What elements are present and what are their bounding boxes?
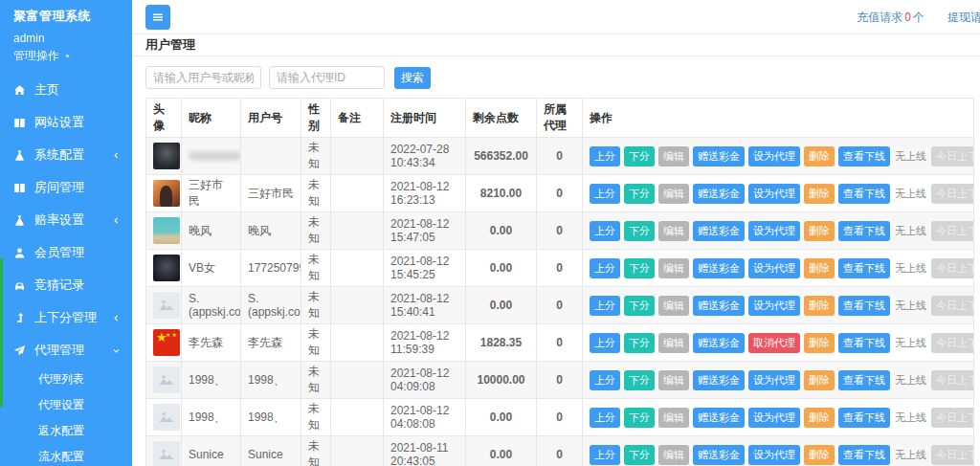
edit-button[interactable]: 编辑 xyxy=(658,333,689,353)
sidebar-item-1[interactable]: 网站设置 xyxy=(0,106,132,139)
down-score-button[interactable]: 下分 xyxy=(624,146,655,166)
withdraw-requests-link[interactable]: 提现请求 xyxy=(947,10,980,26)
agent-cell: 0 xyxy=(537,324,583,362)
today-stats-button[interactable]: 今日上下分统计 xyxy=(931,408,974,428)
today-stats-button[interactable]: 今日上下分统计 xyxy=(931,258,974,278)
edit-button[interactable]: 编辑 xyxy=(658,445,689,465)
edit-button[interactable]: 编辑 xyxy=(658,146,689,166)
down-score-button[interactable]: 下分 xyxy=(624,370,655,390)
recharge-requests-count: 0 xyxy=(902,11,913,24)
gift-bonus-button[interactable]: 赠送彩金 xyxy=(693,296,745,316)
set-agent-button[interactable]: 设为代理 xyxy=(748,184,800,204)
view-downline-button[interactable]: 查看下线 xyxy=(838,445,890,465)
set-agent-button[interactable]: 设为代理 xyxy=(748,408,800,428)
view-downline-button[interactable]: 查看下线 xyxy=(838,184,890,204)
admin-actions-dropdown[interactable]: 管理操作 xyxy=(13,48,119,64)
gift-bonus-button[interactable]: 赠送彩金 xyxy=(693,258,745,278)
set-agent-button[interactable]: 设为代理 xyxy=(748,146,800,166)
view-downline-button[interactable]: 查看下线 xyxy=(838,146,890,166)
down-score-button[interactable]: 下分 xyxy=(624,258,655,278)
set-agent-button[interactable]: 设为代理 xyxy=(748,370,800,390)
window-icon xyxy=(13,182,26,194)
edit-button[interactable]: 编辑 xyxy=(658,408,689,428)
sidebar-item-0[interactable]: 主页 xyxy=(0,74,132,106)
register-time: 16:23:13 xyxy=(390,193,458,207)
edit-button[interactable]: 编辑 xyxy=(658,296,689,316)
down-score-button[interactable]: 下分 xyxy=(624,221,655,241)
edit-button[interactable]: 编辑 xyxy=(658,221,689,241)
edit-button[interactable]: 编辑 xyxy=(658,258,689,278)
down-score-button[interactable]: 下分 xyxy=(624,296,655,316)
view-downline-button[interactable]: 查看下线 xyxy=(838,221,890,241)
down-score-button[interactable]: 下分 xyxy=(624,408,655,428)
gift-bonus-button[interactable]: 赠送彩金 xyxy=(693,445,745,465)
delete-button[interactable]: 删除 xyxy=(804,296,835,316)
delete-button[interactable]: 删除 xyxy=(804,408,835,428)
up-score-button[interactable]: 上分 xyxy=(590,146,620,166)
sidebar-item-6[interactable]: 竞猜记录 xyxy=(0,269,132,301)
sidebar-item-7[interactable]: 上下分管理 xyxy=(0,301,132,334)
no-upline-label: 无上线 xyxy=(894,373,927,388)
sidebar-subitem-2[interactable]: 返水配置 xyxy=(0,418,132,444)
view-downline-button[interactable]: 查看下线 xyxy=(838,370,890,390)
today-stats-button[interactable]: 今日上下分统计 xyxy=(931,146,974,166)
agent-cell: 0 xyxy=(537,250,583,287)
today-stats-button[interactable]: 今日上下分统计 xyxy=(931,333,974,353)
sidebar-item-5[interactable]: 会员管理 xyxy=(0,236,132,269)
down-score-button[interactable]: 下分 xyxy=(624,333,655,353)
gift-bonus-button[interactable]: 赠送彩金 xyxy=(693,408,745,428)
delete-button[interactable]: 删除 xyxy=(804,146,835,166)
today-stats-button[interactable]: 今日上下分统计 xyxy=(931,221,974,241)
up-score-button[interactable]: 上分 xyxy=(590,370,620,390)
sidebar-subitem-0[interactable]: 代理列表 xyxy=(0,366,132,392)
delete-button[interactable]: 删除 xyxy=(804,445,835,465)
recharge-requests-link[interactable]: 充值请求0个 xyxy=(857,10,924,26)
up-score-button[interactable]: 上分 xyxy=(590,221,620,241)
view-downline-button[interactable]: 查看下线 xyxy=(838,333,890,353)
up-score-button[interactable]: 上分 xyxy=(590,296,620,316)
view-downline-button[interactable]: 查看下线 xyxy=(838,408,890,428)
edit-button[interactable]: 编辑 xyxy=(658,184,689,204)
gift-bonus-button[interactable]: 赠送彩金 xyxy=(693,333,745,353)
delete-button[interactable]: 删除 xyxy=(804,370,835,390)
view-downline-button[interactable]: 查看下线 xyxy=(838,296,890,316)
sidebar-item-4[interactable]: 赔率设置 xyxy=(0,204,132,236)
delete-button[interactable]: 删除 xyxy=(804,333,835,353)
sidebar-subitem-3[interactable]: 流水配置 xyxy=(0,444,132,466)
sidebar-subitem-1[interactable]: 代理设置 xyxy=(0,392,132,418)
up-score-button[interactable]: 上分 xyxy=(590,408,620,428)
sidebar-toggle-button[interactable] xyxy=(145,5,170,30)
gift-bonus-button[interactable]: 赠送彩金 xyxy=(693,221,745,241)
sidebar-item-2[interactable]: 系统配置 xyxy=(0,139,132,171)
set-agent-button[interactable]: 设为代理 xyxy=(748,221,800,241)
today-stats-button[interactable]: 今日上下分统计 xyxy=(931,370,974,390)
delete-button[interactable]: 删除 xyxy=(804,221,835,241)
delete-button[interactable]: 删除 xyxy=(804,184,835,204)
user-search-input[interactable] xyxy=(145,66,261,89)
agent-id-search-input[interactable] xyxy=(269,66,385,89)
set-agent-button[interactable]: 设为代理 xyxy=(748,445,800,465)
gift-bonus-button[interactable]: 赠送彩金 xyxy=(693,146,745,166)
today-stats-button[interactable]: 今日上下分统计 xyxy=(931,445,974,465)
cancel-agent-button[interactable]: 取消代理 xyxy=(748,333,800,353)
sidebar-item-3[interactable]: 房间管理 xyxy=(0,171,132,204)
down-score-button[interactable]: 下分 xyxy=(624,184,655,204)
sidebar-item-8[interactable]: 代理管理 xyxy=(0,334,132,366)
down-score-button[interactable]: 下分 xyxy=(624,445,655,465)
search-button[interactable]: 搜索 xyxy=(394,67,431,89)
view-downline-button[interactable]: 查看下线 xyxy=(838,258,890,278)
edit-button[interactable]: 编辑 xyxy=(658,370,689,390)
set-agent-button[interactable]: 设为代理 xyxy=(748,258,800,278)
actions-cell: 上分下分编辑赠送彩金设为代理删除查看下线无上线今日上下分统计 xyxy=(583,362,974,399)
up-score-button[interactable]: 上分 xyxy=(590,184,620,204)
today-stats-button[interactable]: 今日上下分统计 xyxy=(931,296,974,316)
recharge-requests-label: 充值请求 xyxy=(857,11,902,24)
gift-bonus-button[interactable]: 赠送彩金 xyxy=(693,370,745,390)
gift-bonus-button[interactable]: 赠送彩金 xyxy=(693,184,745,204)
up-score-button[interactable]: 上分 xyxy=(590,445,620,465)
up-score-button[interactable]: 上分 xyxy=(590,258,620,278)
today-stats-button[interactable]: 今日上下分统计 xyxy=(931,184,974,204)
up-score-button[interactable]: 上分 xyxy=(590,333,620,353)
delete-button[interactable]: 删除 xyxy=(804,258,835,278)
set-agent-button[interactable]: 设为代理 xyxy=(748,296,800,316)
